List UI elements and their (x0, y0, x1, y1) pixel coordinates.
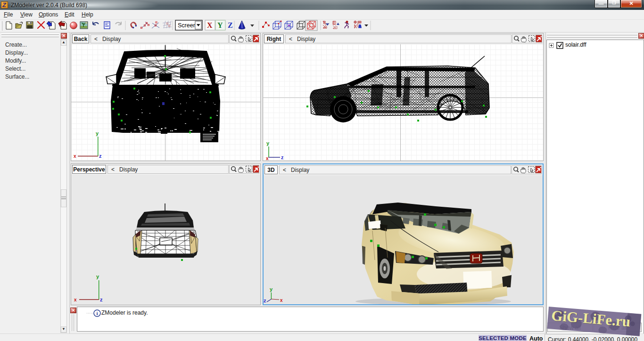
svg-text:x: x (74, 297, 77, 302)
svg-text:z: z (99, 153, 102, 159)
svg-text:x: x (280, 298, 283, 303)
svg-text:i: i (96, 310, 98, 316)
svg-text:x: x (74, 154, 76, 159)
svg-text:x: x (266, 156, 269, 161)
svg-text:X: X (207, 21, 213, 29)
svg-text:y: y (96, 130, 99, 136)
svg-text:z: z (100, 297, 103, 302)
svg-text:y: y (96, 274, 99, 279)
svg-text:Screen: Screen (178, 22, 197, 29)
svg-text:Y: Y (217, 21, 223, 29)
svg-text:z: z (264, 298, 266, 303)
svg-text:y: y (266, 140, 270, 146)
svg-text:y: y (270, 286, 273, 292)
svg-text:Z: Z (228, 21, 233, 29)
svg-text:z: z (281, 154, 284, 160)
